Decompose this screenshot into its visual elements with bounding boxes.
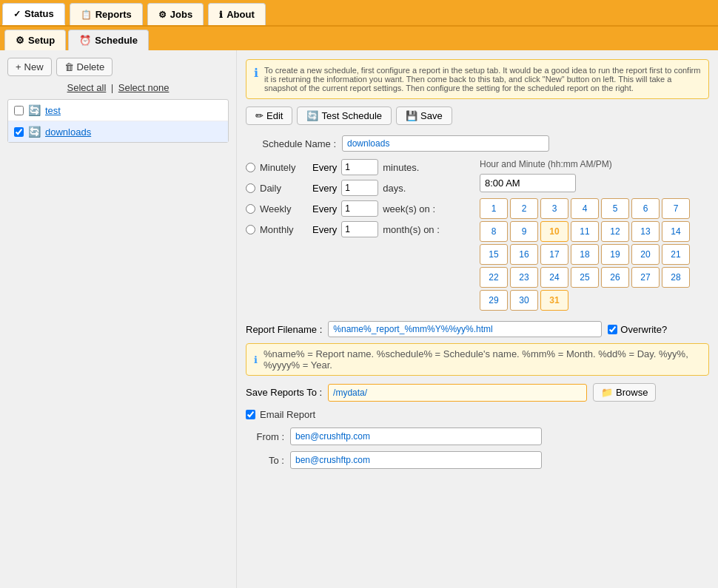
select-all-link[interactable]: Select all (67, 82, 107, 93)
info-bar-icon: ℹ (254, 354, 258, 365)
to-input[interactable] (290, 451, 542, 469)
time-input[interactable] (480, 174, 576, 192)
overwrite-label: Overwrite? (608, 324, 667, 335)
schedule-name-label: Schedule Name : (246, 138, 342, 149)
calendar-day-11[interactable]: 11 (571, 221, 599, 242)
main-layout: + New 🗑 Delete Select all | Select none … (0, 50, 718, 588)
daily-input[interactable] (341, 180, 378, 196)
calendar-day-5[interactable]: 5 (601, 198, 629, 219)
test-icon: 🔄 (306, 110, 318, 121)
calendar-header: Hour and Minute (hh:mm AM/PM) (480, 159, 709, 169)
calendar-day-21[interactable]: 21 (662, 244, 690, 265)
setup-icon: ⚙ (16, 35, 24, 46)
list-item: 🔄 downloads (8, 121, 228, 142)
to-row: To : (246, 451, 709, 469)
tab-status[interactable]: ✓ Status (2, 3, 65, 25)
calendar-day-26[interactable]: 26 (601, 267, 629, 288)
downloads-checkbox[interactable] (14, 127, 24, 137)
left-actions: + New 🗑 Delete (7, 58, 229, 76)
monthly-row: Monthly Every month(s) on : (246, 221, 457, 237)
schedule-name-input[interactable] (342, 135, 549, 152)
filename-label: Report Filename : (246, 324, 322, 335)
save-reports-label: Save Reports To : (246, 387, 322, 398)
calendar-day-18[interactable]: 18 (571, 244, 599, 265)
calendar-day-13[interactable]: 13 (631, 221, 660, 242)
weekly-input[interactable] (341, 200, 378, 217)
calendar-day-19[interactable]: 19 (601, 244, 629, 265)
reports-icon: 📋 (81, 10, 92, 20)
email-report-checkbox[interactable] (246, 410, 255, 419)
calendar-day-23[interactable]: 23 (510, 267, 538, 288)
calendar-day-25[interactable]: 25 (571, 267, 599, 288)
calendar-day-30[interactable]: 30 (510, 290, 538, 311)
calendar-day-31[interactable]: 31 (540, 290, 568, 311)
from-row: From : (246, 428, 709, 445)
filename-input[interactable] (328, 321, 602, 337)
minutely-row: Minutely Every minutes. (246, 159, 457, 175)
folder-icon: 📁 (601, 387, 613, 398)
downloads-item-link[interactable]: downloads (45, 126, 91, 138)
from-label: From : (246, 431, 290, 442)
calendar-day-17[interactable]: 17 (540, 244, 568, 265)
select-none-link[interactable]: Select none (118, 82, 170, 93)
daily-radio[interactable] (246, 183, 255, 193)
top-nav: ✓ Status 📋 Reports ⚙ Jobs ℹ About (0, 0, 718, 27)
calendar-day-15[interactable]: 15 (480, 244, 508, 265)
calendar-day-3[interactable]: 3 (540, 198, 568, 219)
new-button[interactable]: + New (7, 58, 52, 76)
monthly-label: Monthly (260, 224, 308, 235)
test-checkbox[interactable] (14, 106, 24, 115)
calendar-day-9[interactable]: 9 (510, 221, 538, 242)
tab-jobs[interactable]: ⚙ Jobs (147, 3, 204, 25)
trash-icon: 🗑 (64, 61, 74, 72)
minutely-label: Minutely (260, 162, 308, 173)
calendar-day-8[interactable]: 8 (480, 221, 508, 242)
calendar-day-12[interactable]: 12 (601, 221, 629, 242)
tab-about[interactable]: ℹ About (208, 3, 266, 25)
calendar-day-7[interactable]: 7 (662, 198, 690, 219)
frequency-options: Minutely Every minutes. Daily Every days… (246, 159, 457, 311)
about-icon: ℹ (219, 10, 223, 20)
weekly-label: Weekly (260, 203, 308, 214)
status-icon: ✓ (13, 9, 21, 19)
weekly-radio[interactable] (246, 204, 255, 214)
calendar-day-20[interactable]: 20 (631, 244, 660, 265)
schedule-name-row: Schedule Name : (246, 135, 709, 152)
info-text: To create a new schedule, first configur… (264, 66, 701, 92)
subtab-setup[interactable]: ⚙ Setup (4, 30, 66, 50)
minutely-input[interactable] (341, 159, 378, 175)
save-reports-input[interactable] (328, 384, 587, 402)
calendar-day-22[interactable]: 22 (480, 267, 508, 288)
calendar-day-10[interactable]: 10 (540, 221, 568, 242)
subtab-schedule[interactable]: ⏰ Schedule (68, 30, 149, 50)
save-button[interactable]: 💾 Save (396, 107, 452, 125)
calendar-day-28[interactable]: 28 (662, 267, 690, 288)
calendar-day-16[interactable]: 16 (510, 244, 538, 265)
calendar-day-27[interactable]: 27 (631, 267, 660, 288)
calendar-grid: 1234567891011121314151617181920212223242… (480, 198, 709, 311)
save-reports-row: Save Reports To : 📁 Browse (246, 383, 709, 402)
schedule-icon: ⏰ (79, 35, 91, 46)
edit-button[interactable]: ✏ Edit (246, 107, 292, 125)
monthly-radio[interactable] (246, 225, 255, 234)
test-item-link[interactable]: test (45, 105, 61, 116)
calendar-day-1[interactable]: 1 (480, 198, 508, 219)
minutely-every-text: Every (312, 162, 337, 173)
calendar-day-2[interactable]: 2 (510, 198, 538, 219)
minutely-radio[interactable] (246, 163, 255, 172)
from-input[interactable] (290, 428, 542, 445)
calendar-day-4[interactable]: 4 (571, 198, 599, 219)
test-schedule-button[interactable]: 🔄 Test Schedule (297, 107, 392, 125)
calendar-day-24[interactable]: 24 (540, 267, 568, 288)
delete-button[interactable]: 🗑 Delete (56, 58, 113, 76)
calendar-day-14[interactable]: 14 (662, 221, 690, 242)
info-icon: ℹ (254, 66, 258, 92)
overwrite-checkbox[interactable] (608, 325, 617, 334)
browse-button[interactable]: 📁 Browse (593, 383, 656, 402)
monthly-input[interactable] (341, 221, 378, 237)
calendar-day-6[interactable]: 6 (631, 198, 660, 219)
calendar-day-29[interactable]: 29 (480, 290, 508, 311)
right-panel: ℹ To create a new schedule, first config… (237, 50, 718, 588)
monthly-every-text: Every (312, 224, 337, 235)
tab-reports[interactable]: 📋 Reports (70, 3, 143, 25)
